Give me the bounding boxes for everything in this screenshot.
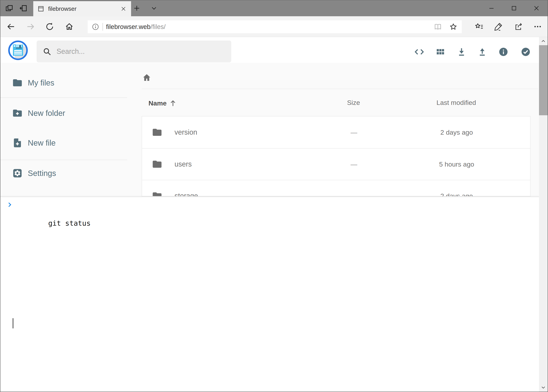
browser-tab[interactable]: filebrowser <box>33 1 131 16</box>
file-modified: 2 days ago <box>427 192 486 197</box>
set-tabs-aside-icon <box>19 4 28 13</box>
file-plus-icon <box>12 138 23 148</box>
sort-ascending-icon <box>169 99 177 107</box>
info-button[interactable] <box>498 46 509 57</box>
minimize-button[interactable] <box>480 0 503 16</box>
browser-window: filebrowser <box>0 0 548 392</box>
sidebar-label: New folder <box>28 109 65 118</box>
site-info-icon[interactable] <box>91 23 99 31</box>
folder-plus-icon <box>12 108 23 119</box>
back-arrow-icon <box>6 22 15 31</box>
info-icon <box>498 47 508 57</box>
terminal-output-line <box>14 282 539 291</box>
terminal-cursor-line <box>13 318 539 329</box>
page-viewport: My files New folder New file <box>0 37 548 392</box>
search-box[interactable] <box>37 41 231 63</box>
plus-icon <box>133 4 141 12</box>
minimize-icon <box>488 5 495 11</box>
sidebar-divider <box>0 98 127 98</box>
filebrowser-logo-icon[interactable] <box>8 41 28 60</box>
terminal-output-line <box>14 309 539 318</box>
share-button[interactable] <box>512 21 525 33</box>
ellipsis-icon <box>533 22 542 31</box>
forward-button[interactable] <box>24 21 37 33</box>
maximize-button[interactable] <box>503 0 525 16</box>
navigation-bar: filebrowser.web/files/ <box>0 16 548 37</box>
sidebar-divider <box>0 160 127 160</box>
hub-star-list-icon <box>474 22 484 31</box>
chevron-up-icon <box>540 38 546 44</box>
new-tab-button[interactable] <box>131 3 142 14</box>
file-row[interactable]: storage — 2 days ago <box>142 180 530 196</box>
close-tab-icon[interactable] <box>120 6 126 12</box>
column-header-modified[interactable]: Last modified <box>427 99 486 106</box>
terminal-panel[interactable]: git status <box>0 196 539 392</box>
maximize-icon <box>511 5 517 11</box>
scroll-up-button[interactable] <box>539 37 548 45</box>
terminal-output-line <box>14 264 539 273</box>
upload-icon <box>477 47 487 57</box>
set-tabs-aside-button[interactable] <box>18 3 29 14</box>
scrollbar-thumb[interactable] <box>539 45 548 115</box>
scroll-down-button[interactable] <box>539 383 548 392</box>
floppy-disk-icon <box>13 44 23 56</box>
hub-favorites-button[interactable] <box>473 21 486 33</box>
url-host: filebrowser.web <box>106 23 150 30</box>
window-controls <box>480 0 548 16</box>
sidebar-item-settings[interactable]: Settings <box>12 168 56 179</box>
download-button[interactable] <box>456 46 467 57</box>
titlebar: filebrowser <box>0 0 548 16</box>
grid-view-icon <box>436 47 445 57</box>
file-size: — <box>339 192 369 197</box>
address-bar[interactable]: filebrowser.web/files/ <box>88 20 462 33</box>
code-view-button[interactable] <box>414 46 425 57</box>
upload-button[interactable] <box>477 46 488 57</box>
sidebar-item-new-file[interactable]: New file <box>12 137 55 148</box>
filebrowser-header <box>0 37 548 63</box>
file-name: version <box>174 128 197 136</box>
file-row[interactable]: users — 5 hours ago <box>142 148 530 180</box>
file-size: — <box>339 129 369 136</box>
file-name: storage <box>174 192 198 196</box>
page-scrollbar[interactable] <box>539 37 548 392</box>
grid-view-button[interactable] <box>435 46 446 57</box>
home-outline-icon <box>65 22 74 31</box>
refresh-button[interactable] <box>43 21 56 33</box>
select-check-button[interactable] <box>520 46 531 57</box>
terminal-output-line <box>14 228 539 237</box>
column-header-size[interactable]: Size <box>334 99 373 106</box>
breadcrumb-home-button[interactable] <box>142 73 152 82</box>
chevron-down-icon <box>150 5 158 12</box>
reading-view-icon[interactable] <box>434 22 442 31</box>
add-favorite-star-icon[interactable] <box>449 22 458 31</box>
back-button[interactable] <box>4 21 17 33</box>
pen-icon <box>494 22 503 31</box>
sidebar-label: Settings <box>28 169 56 178</box>
tab-preview-button[interactable] <box>4 3 15 14</box>
search-icon <box>42 47 51 56</box>
search-input[interactable] <box>56 47 217 56</box>
annotate-button[interactable] <box>492 21 505 33</box>
forward-arrow-icon <box>26 22 35 31</box>
folder-icon <box>152 191 162 196</box>
folder-icon <box>152 159 162 169</box>
close-window-button[interactable] <box>525 0 548 16</box>
sidebar-item-my-files[interactable]: My files <box>12 77 54 88</box>
sidebar-item-new-folder[interactable]: New folder <box>12 108 65 119</box>
settings-menu-button[interactable] <box>531 21 544 33</box>
terminal-output-line <box>14 300 539 309</box>
home-icon <box>142 73 152 82</box>
code-icon <box>414 47 424 57</box>
refresh-icon <box>45 22 54 31</box>
breadcrumb-divider <box>142 89 538 89</box>
tab-list-button[interactable] <box>148 3 160 14</box>
column-header-name[interactable]: Name <box>148 99 177 107</box>
terminal-output-line <box>14 246 539 255</box>
sidebar-label: New file <box>28 139 55 147</box>
home-button[interactable] <box>63 21 76 33</box>
terminal-prompt-line: git status <box>14 201 539 210</box>
prompt-chevron-icon <box>7 203 11 207</box>
file-row[interactable]: version — 2 days ago <box>142 116 530 148</box>
gear-icon <box>12 168 23 178</box>
url-text[interactable]: filebrowser.web/files/ <box>106 23 434 30</box>
